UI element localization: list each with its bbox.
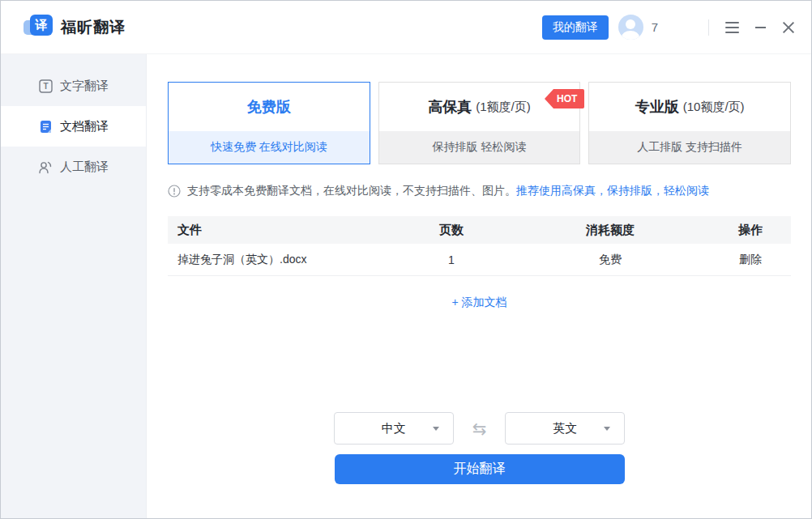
plan-title: 高保真 [428, 97, 472, 117]
sidebar-item-document-translate[interactable]: 文档翻译 [1, 106, 146, 147]
source-language-select[interactable]: 中文 [334, 412, 454, 445]
topbar-right: 我的翻译 7 [542, 15, 795, 40]
app-logo-icon: 译 [24, 15, 53, 40]
table-row: 掉进兔子洞（英文）.docx 1 免费 删除 [168, 244, 791, 276]
delete-link[interactable]: 删除 [710, 253, 791, 267]
plan-title: 免费版 [247, 97, 291, 117]
plan-price: (1额度/页) [476, 100, 531, 115]
quota-cell: 免费 [511, 253, 710, 267]
plan-subtitle: 快速免费 在线对比阅读 [169, 131, 370, 164]
document-translate-icon [38, 119, 53, 134]
sidebar-item-label: 人工翻译 [60, 160, 109, 175]
user-avatar[interactable] [618, 15, 643, 40]
app-title: 福昕翻译 [61, 17, 126, 38]
add-document-link[interactable]: + 添加文档 [168, 296, 791, 310]
app-body: T 文字翻译 文档翻译 人工翻译 [1, 54, 811, 518]
topbar: 译 福昕翻译 我的翻译 7 [1, 1, 811, 54]
chevron-down-icon [433, 427, 439, 431]
target-language-select[interactable]: 英文 [505, 412, 625, 445]
main-content: 免费版 快速免费 在线对比阅读 HOT 高保真 (1额度/页) 保持排版 轻松阅… [147, 54, 811, 518]
svg-text:T: T [43, 82, 48, 91]
credits-count: 7 [652, 20, 658, 34]
column-header-pages: 页数 [392, 223, 511, 238]
file-name-cell: 掉进兔子洞（英文）.docx [168, 253, 392, 267]
hamburger-menu-icon[interactable] [725, 22, 739, 33]
app-window: 译 福昕翻译 我的翻译 7 T 文字翻译 [0, 0, 812, 519]
notice-bar: 支持零成本免费翻译文档，在线对比阅读，不支持扫描件、图片。 推荐使用高保真，保持… [168, 184, 791, 198]
plan-subtitle: 保持排版 轻松阅读 [379, 131, 580, 164]
human-translate-icon [38, 160, 53, 174]
notice-recommend-link[interactable]: 推荐使用高保真，保持排版，轻松阅读 [516, 184, 709, 198]
plan-subtitle: 人工排版 支持扫描件 [589, 131, 790, 164]
topbar-divider [708, 19, 709, 36]
column-header-quota: 消耗额度 [511, 223, 710, 238]
plan-card-free[interactable]: 免费版 快速免费 在线对比阅读 [168, 82, 370, 164]
swap-languages-icon[interactable]: ⇆ [472, 420, 487, 437]
logo-front-bubble: 译 [30, 15, 53, 36]
pages-cell: 1 [392, 253, 511, 266]
info-icon [168, 185, 181, 198]
app-logo: 译 福昕翻译 [24, 15, 126, 40]
start-translate-button[interactable]: 开始翻译 [335, 454, 625, 484]
file-table: 文件 页数 消耗额度 操作 掉进兔子洞（英文）.docx 1 免费 删除 [168, 216, 791, 276]
sidebar-item-human-translate[interactable]: 人工翻译 [1, 147, 146, 187]
plan-title: 专业版 [635, 97, 679, 117]
column-header-file: 文件 [168, 223, 392, 238]
plan-cards: 免费版 快速免费 在线对比阅读 HOT 高保真 (1额度/页) 保持排版 轻松阅… [168, 82, 791, 164]
notice-text: 支持零成本免费翻译文档，在线对比阅读，不支持扫描件、图片。 [187, 184, 516, 198]
plan-card-professional[interactable]: 专业版 (10额度/页) 人工排版 支持扫描件 [588, 82, 791, 164]
sidebar-item-label: 文档翻译 [60, 119, 109, 134]
source-language-value: 中文 [382, 421, 406, 436]
sidebar: T 文字翻译 文档翻译 人工翻译 [1, 54, 147, 518]
column-header-action: 操作 [710, 223, 791, 238]
close-icon[interactable] [782, 21, 795, 34]
target-language-value: 英文 [553, 421, 577, 436]
chevron-down-icon [604, 427, 610, 431]
plan-price: (10额度/页) [683, 100, 745, 115]
avatar-body-icon [622, 31, 639, 40]
table-header: 文件 页数 消耗额度 操作 [168, 216, 791, 244]
plan-card-high-fidelity[interactable]: HOT 高保真 (1额度/页) 保持排版 轻松阅读 [378, 82, 581, 164]
language-row: 中文 ⇆ 英文 [168, 412, 791, 445]
sidebar-item-text-translate[interactable]: T 文字翻译 [1, 66, 146, 106]
my-translations-button[interactable]: 我的翻译 [542, 15, 609, 40]
avatar-head-icon [626, 19, 635, 29]
minimize-icon[interactable] [755, 27, 766, 28]
sidebar-item-label: 文字翻译 [60, 79, 109, 94]
text-translate-icon: T [38, 79, 53, 93]
